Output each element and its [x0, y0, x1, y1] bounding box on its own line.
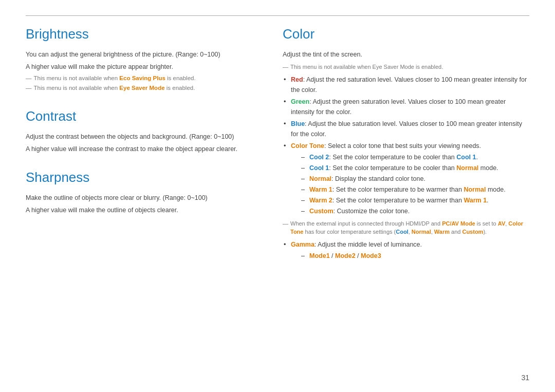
contrast-desc1: Adjust the contrast between the objects … — [26, 132, 262, 142]
brightness-desc1: You can adjust the general brightness of… — [26, 49, 262, 60]
brightness-desc2: A higher value will make the picture app… — [26, 62, 262, 72]
color-tone-sublist: Cool 2: Set the color temperature to be … — [291, 152, 529, 216]
color-title: Color — [283, 26, 529, 42]
right-column: Color Adjust the tint of the screen. Thi… — [283, 26, 529, 276]
sub-cool2: Cool 2: Set the color temperature to be … — [301, 152, 529, 162]
page-container: Brightness You can adjust the general br… — [0, 0, 555, 392]
brightness-note1-text: This menu is not available when Eco Savi… — [34, 74, 196, 83]
sub-cool1: Cool 1: Set the color temperature to be … — [301, 163, 529, 173]
sharpness-desc2: A higher value will make the outline of … — [26, 205, 262, 215]
left-column: Brightness You can adjust the general br… — [26, 26, 262, 276]
color-note2: When the external input is connected thr… — [283, 219, 529, 236]
brightness-section: Brightness You can adjust the general br… — [26, 26, 262, 93]
contrast-title: Contrast — [26, 108, 262, 124]
page-number: 31 — [521, 374, 529, 382]
sub-custom: Custom: Customize the color tone. — [301, 206, 529, 216]
color-note1: This menu is not available when Eye Save… — [283, 63, 529, 71]
bullet-green: Green: Adjust the green saturation level… — [283, 97, 529, 117]
sharpness-section: Sharpness Make the outline of objects mo… — [26, 170, 262, 215]
top-rule — [26, 15, 529, 16]
sub-gamma-modes: Mode1 / Mode2 / Mode3 — [301, 251, 529, 261]
brightness-note1: This menu is not available when Eco Savi… — [26, 74, 262, 83]
brightness-title: Brightness — [26, 26, 262, 42]
brightness-note2: This menu is not available when Eye Save… — [26, 84, 262, 92]
sharpness-title: Sharpness — [26, 170, 262, 185]
gamma-bullet-list: Gamma: Adjust the middle level of lumina… — [283, 239, 529, 261]
color-bullet-list: Red: Adjust the red saturation level. Va… — [283, 74, 529, 216]
sub-normal: Normal: Display the standard color tone. — [301, 174, 529, 184]
brightness-note2-text: This menu is not available when Eye Save… — [34, 84, 195, 92]
two-column-layout: Brightness You can adjust the general br… — [26, 26, 529, 276]
sub-warm2: Warm 2: Set the color temperature to be … — [301, 195, 529, 206]
color-section: Color Adjust the tint of the screen. Thi… — [283, 26, 529, 261]
bullet-red: Red: Adjust the red saturation level. Va… — [283, 74, 529, 95]
sharpness-desc1: Make the outline of objects more clear o… — [26, 193, 262, 203]
sub-warm1: Warm 1: Set the color temperature to be … — [301, 184, 529, 195]
gamma-sublist: Mode1 / Mode2 / Mode3 — [291, 251, 529, 261]
contrast-section: Contrast Adjust the contrast between the… — [26, 108, 262, 154]
contrast-desc2: A higher value will increase the contras… — [26, 144, 262, 154]
bullet-blue: Blue: Adjust the blue saturation level. … — [283, 119, 529, 139]
bullet-color-tone: Color Tone: Select a color tone that bes… — [283, 141, 529, 216]
bullet-gamma: Gamma: Adjust the middle level of lumina… — [283, 239, 529, 261]
color-desc1: Adjust the tint of the screen. — [283, 49, 529, 60]
